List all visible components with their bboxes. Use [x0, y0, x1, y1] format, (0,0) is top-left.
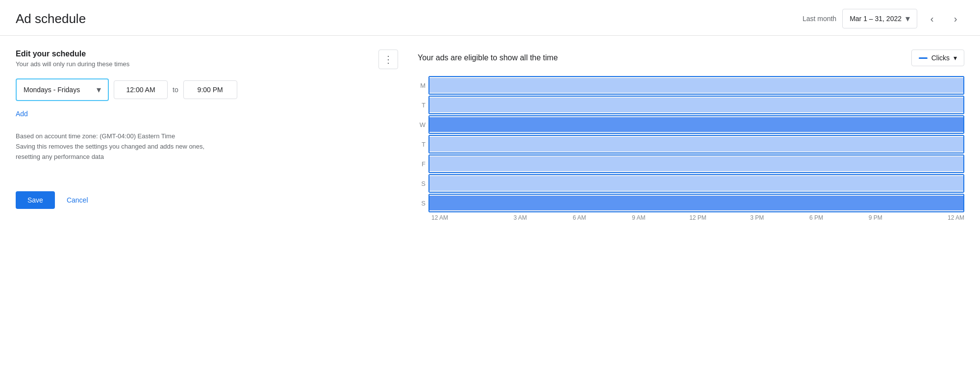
header-controls: Last month Mar 1 – 31, 2022 ▾ ‹ ›	[803, 9, 964, 28]
clicks-label: Clicks	[931, 54, 950, 62]
next-icon: ›	[954, 13, 957, 25]
bar-bg-t2	[428, 137, 964, 152]
days-value: Mondays - Fridays	[24, 86, 80, 94]
timezone-note: Based on account time zone: (GMT-04:00) …	[16, 131, 349, 162]
chart-row-t2: T	[418, 135, 964, 153]
clicks-button[interactable]: Clicks ▾	[911, 50, 964, 66]
chart-row-s1: S	[418, 174, 964, 193]
bar-container-w	[428, 115, 964, 134]
x-label-3pm: 3 PM	[728, 214, 787, 221]
chart-row-t1: T	[418, 96, 964, 114]
bar-fill-s2	[428, 196, 964, 210]
x-axis: 12 AM 3 AM 6 AM 9 AM 12 PM 3 PM 6 PM 9 P…	[418, 214, 964, 221]
action-buttons: Save Cancel	[16, 191, 349, 209]
left-panel: Edit your schedule Your ads will only ru…	[16, 50, 349, 221]
save-button[interactable]: Save	[16, 191, 55, 209]
days-dropdown[interactable]: Mondays - Fridays ▾	[16, 78, 109, 101]
x-label-6am: 6 AM	[550, 214, 609, 221]
bar-container-s1	[428, 174, 964, 193]
x-label-12am-end: 12 AM	[905, 214, 964, 221]
chart-rows: M T W	[418, 76, 964, 212]
prev-icon: ‹	[930, 13, 934, 25]
more-icon: ⋮	[383, 53, 393, 65]
chevron-down-icon: ▾	[905, 13, 910, 24]
bar-container-t1	[428, 96, 964, 114]
clicks-legend-icon	[919, 57, 928, 59]
chart-header: Your ads are eligible to show all the ti…	[418, 50, 964, 66]
x-label-6pm: 6 PM	[787, 214, 846, 221]
x-label-3am: 3 AM	[491, 214, 550, 221]
x-label-9am: 9 AM	[609, 214, 668, 221]
bar-container-t2	[428, 135, 964, 153]
x-label-12pm: 12 PM	[668, 214, 728, 221]
day-label-s1: S	[418, 180, 428, 187]
x-label-9pm: 9 PM	[846, 214, 905, 221]
main-content: Edit your schedule Your ads will only ru…	[0, 36, 980, 235]
chart-row-m: M	[418, 76, 964, 95]
day-label-m: M	[418, 82, 428, 89]
edit-schedule-title: Edit your schedule	[16, 50, 349, 58]
chart-row-s2: S	[418, 194, 964, 212]
chart-row-w: W	[418, 115, 964, 134]
day-label-s2: S	[418, 200, 428, 207]
to-label: to	[173, 86, 178, 94]
day-label-t1: T	[418, 102, 428, 109]
chart-title: Your ads are eligible to show all the ti…	[418, 53, 558, 62]
right-panel: Your ads are eligible to show all the ti…	[418, 50, 964, 221]
dropdown-arrow-icon: ▾	[97, 84, 101, 95]
add-link[interactable]: Add	[16, 110, 28, 118]
edit-schedule-subtitle: Your ads will only run during these time…	[16, 60, 349, 68]
day-label-f: F	[418, 160, 428, 168]
bar-bg-s1	[428, 176, 964, 191]
bar-fill-w	[428, 117, 964, 132]
x-label-12am: 12 AM	[431, 214, 491, 221]
bar-container-f	[428, 154, 964, 173]
bar-container-m	[428, 76, 964, 95]
day-label-w: W	[418, 121, 428, 128]
cancel-button[interactable]: Cancel	[63, 191, 92, 209]
next-button[interactable]: ›	[947, 10, 964, 27]
date-range-button[interactable]: Mar 1 – 31, 2022 ▾	[842, 9, 917, 28]
bar-bg-f	[428, 156, 964, 171]
clicks-chevron-icon: ▾	[954, 54, 957, 62]
more-options-button[interactable]: ⋮	[378, 50, 398, 69]
end-time-field[interactable]: 9:00 PM	[183, 80, 237, 99]
day-label-t2: T	[418, 141, 428, 148]
bar-container-s2	[428, 194, 964, 212]
bar-bg-t1	[428, 98, 964, 112]
start-time-field[interactable]: 12:00 AM	[114, 80, 168, 99]
page-title: Ad schedule	[16, 11, 86, 26]
date-range-value: Mar 1 – 31, 2022	[850, 15, 902, 23]
prev-button[interactable]: ‹	[923, 10, 941, 27]
last-month-label: Last month	[803, 15, 836, 23]
page-header: Ad schedule Last month Mar 1 – 31, 2022 …	[0, 0, 980, 36]
chart-row-f: F	[418, 154, 964, 173]
bar-bg-m	[428, 78, 964, 93]
schedule-row: Mondays - Fridays ▾ 12:00 AM to 9:00 PM	[16, 78, 349, 101]
